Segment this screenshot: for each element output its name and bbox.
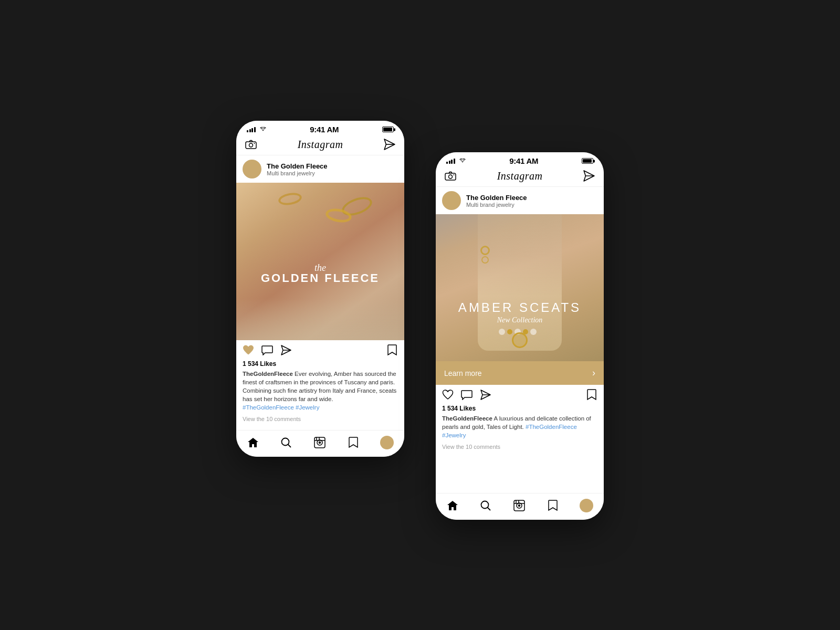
battery-1 xyxy=(382,127,394,132)
subtitle-2: Multi brand jewelry xyxy=(466,202,527,208)
post-overlay-2: AMBER SCEATS New Collection xyxy=(458,300,581,324)
camera-icon-1[interactable] xyxy=(245,138,257,151)
svg-point-11 xyxy=(319,442,320,444)
post-meta-2: 1 534 Likes TheGoldenFleece A luxurious … xyxy=(436,405,604,444)
caption-1: TheGoldenFleece Ever evolving, Amber has… xyxy=(243,370,398,412)
bookmark-icon-2[interactable] xyxy=(586,389,597,401)
signal-bars-2 xyxy=(446,159,455,164)
post-overlay-1: the GOLDEN FLEECE xyxy=(261,262,380,285)
bottom-nav-1 xyxy=(236,430,404,457)
profile-icon-2[interactable] xyxy=(580,499,593,512)
svg-line-8 xyxy=(288,445,291,448)
status-time-1: 9:41 AM xyxy=(310,125,339,134)
comment-icon-1[interactable] xyxy=(261,344,273,356)
svg-line-23 xyxy=(488,508,491,511)
post-image-1: the GOLDEN FLEECE xyxy=(236,183,404,340)
heart-icon-1[interactable] xyxy=(243,344,254,356)
search-icon-2[interactable] xyxy=(479,499,492,512)
status-bar-1: 9:41 AM xyxy=(236,121,404,136)
signal-area-2 xyxy=(446,158,466,164)
hashtags-1[interactable]: #TheGoldenFleece #Jewelry xyxy=(243,404,319,411)
phones-container: 9:41 AM Instagram xyxy=(236,110,604,520)
learn-more-text: Learn more xyxy=(444,369,482,377)
profile-info-2: The Golden Fleece Multi brand jewelry xyxy=(466,194,527,208)
post-image-2: AMBER SCEATS New Collection xyxy=(436,214,604,361)
caption-username-2: TheGoldenFleece xyxy=(442,415,492,422)
action-bar-1 xyxy=(236,340,404,360)
signal-bars-1 xyxy=(247,127,256,132)
collection-label: New Collection xyxy=(458,316,581,324)
svg-rect-0 xyxy=(246,142,256,149)
view-comments-1[interactable]: View the 10 comments xyxy=(236,416,404,425)
view-comments-2[interactable]: View the 10 comments xyxy=(436,444,604,453)
reels-icon-2[interactable] xyxy=(513,499,526,512)
nav-bar-2: Instagram xyxy=(436,167,604,187)
nav-bar-1: Instagram xyxy=(236,136,404,155)
profile-info-1: The Golden Fleece Multi brand jewelry xyxy=(267,162,328,176)
status-bar-2: 9:41 AM xyxy=(436,152,604,167)
avatar-2 xyxy=(442,191,461,210)
comment-icon-2[interactable] xyxy=(461,389,472,401)
likes-2: 1 534 Likes xyxy=(442,405,597,412)
svg-point-17 xyxy=(454,174,455,175)
signal-area-1 xyxy=(247,127,267,133)
status-time-2: 9:41 AM xyxy=(509,156,538,165)
send-icon-1[interactable] xyxy=(383,138,396,151)
bottom-nav-2 xyxy=(436,493,604,520)
svg-point-2 xyxy=(254,143,255,144)
home-icon-1[interactable] xyxy=(247,436,259,449)
svg-point-26 xyxy=(518,505,520,507)
caption-2: TheGoldenFleece A luxurious and delicate… xyxy=(442,414,597,439)
nav-title-2: Instagram xyxy=(497,170,543,182)
svg-rect-15 xyxy=(445,173,456,180)
reels-icon-1[interactable] xyxy=(313,436,326,449)
wifi-icon-2 xyxy=(459,158,466,164)
profile-row-1[interactable]: The Golden Fleece Multi brand jewelry xyxy=(236,155,404,183)
saved-icon-1[interactable] xyxy=(347,436,360,449)
woman-background xyxy=(436,214,604,361)
avatar-1 xyxy=(243,160,261,178)
bookmark-icon-1[interactable] xyxy=(386,344,398,356)
saved-icon-2[interactable] xyxy=(547,499,559,512)
username-1: The Golden Fleece xyxy=(267,162,328,170)
home-icon-2[interactable] xyxy=(446,499,459,512)
battery-2 xyxy=(582,158,593,164)
svg-point-7 xyxy=(282,438,289,446)
svg-point-22 xyxy=(481,501,489,509)
profile-icon-1[interactable] xyxy=(380,436,394,449)
caption-username-1: TheGoldenFleece xyxy=(243,371,293,377)
svg-point-16 xyxy=(449,175,453,178)
jewelry-background-1 xyxy=(236,183,404,340)
share-icon-2[interactable] xyxy=(480,389,491,401)
send-icon-2[interactable] xyxy=(583,170,595,182)
share-icon-1[interactable] xyxy=(280,344,292,356)
nav-title-1: Instagram xyxy=(298,139,343,151)
profile-row-2[interactable]: The Golden Fleece Multi brand jewelry xyxy=(436,187,604,214)
phone-1: 9:41 AM Instagram xyxy=(236,121,404,457)
camera-icon-2[interactable] xyxy=(444,170,457,182)
brand-name: AMBER SCEATS xyxy=(458,300,581,315)
post-meta-1: 1 534 Likes TheGoldenFleece Ever evolvin… xyxy=(236,360,404,416)
phone-2: 9:41 AM Instagram xyxy=(436,152,604,520)
username-2: The Golden Fleece xyxy=(466,194,527,202)
likes-1: 1 534 Likes xyxy=(243,360,398,368)
action-bar-2 xyxy=(436,385,604,405)
learn-more-banner[interactable]: Learn more › xyxy=(436,361,604,385)
overlay-caps: GOLDEN FLEECE xyxy=(261,271,380,285)
subtitle-1: Multi brand jewelry xyxy=(267,170,328,176)
wifi-icon-1 xyxy=(259,127,267,133)
search-icon-1[interactable] xyxy=(280,436,292,449)
learn-more-arrow: › xyxy=(592,368,595,379)
heart-icon-2[interactable] xyxy=(442,389,454,401)
svg-point-1 xyxy=(249,143,253,147)
